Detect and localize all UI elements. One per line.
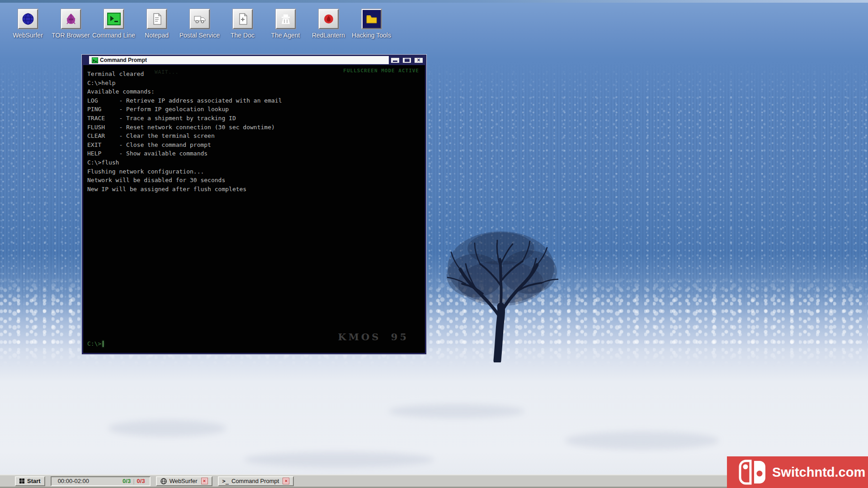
terminal-line: LOG - Retrieve IP address associated wit… — [87, 96, 425, 105]
terminal-line: Flushing network configuration... — [87, 167, 425, 176]
icon-label: TOR Browser — [52, 32, 90, 39]
windows-logo-icon — [19, 479, 24, 483]
desktop-icon-the-agent[interactable]: The Agent — [264, 9, 307, 39]
icon-label: Command Line — [92, 32, 135, 39]
terminal-output: Terminal cleared C:\>help Available comm… — [83, 65, 425, 193]
terminal-screen[interactable]: WAIT... FULLSCREEN MODE ACTIVE Terminal … — [83, 65, 425, 352]
desktop-icon-redlantern[interactable]: RedLantern — [307, 9, 350, 39]
counter-success: 0/3 — [123, 478, 131, 484]
terminal-line: CLEAR - Clear the terminal screen — [87, 131, 425, 141]
terminal-icon: >_ — [222, 478, 229, 484]
icon-label: The Doc — [231, 32, 255, 39]
site-watermark-banner: Switchntd.com — [727, 456, 868, 488]
close-button[interactable]: × — [414, 57, 424, 64]
terminal-line: EXIT - Close the command prompt — [87, 141, 425, 150]
timer-panel: 00:00-02:00 0/3 | 0/3 — [51, 476, 151, 486]
icon-label: The Agent — [271, 32, 300, 39]
agent-icon — [279, 12, 292, 26]
task-close-button[interactable]: × — [201, 478, 208, 484]
command-prompt-window: Command Prompt × WAIT... FULLSCREEN MODE… — [82, 55, 426, 354]
task-command-prompt[interactable]: >_ Command Prompt × — [218, 476, 294, 486]
task-label: Command Prompt — [231, 478, 279, 484]
terminal-icon — [107, 12, 121, 26]
counter-fail: 0/3 — [137, 478, 145, 484]
icon-label: WebSurfer — [13, 32, 43, 39]
titlebar-corner-block — [83, 56, 89, 64]
ghost-text: WAIT... — [155, 69, 179, 75]
os-watermark: KMOS 95 — [338, 331, 409, 343]
minimize-button[interactable] — [390, 57, 400, 64]
desktop-icon-command-line[interactable]: Command Line — [92, 9, 135, 39]
terminal-line: C:\>flush — [87, 158, 425, 167]
icon-label: Notepad — [145, 32, 169, 39]
document-icon — [236, 12, 250, 26]
timer-range: 00:00-02:00 — [58, 478, 89, 484]
desktop-icon-notepad[interactable]: Notepad — [135, 9, 178, 39]
watermark-text: Switchntd.com — [772, 465, 865, 480]
truck-icon — [193, 12, 207, 26]
start-button[interactable]: Start — [15, 476, 45, 486]
terminal-line: FLUSH - Reset network connection (30 sec… — [87, 123, 425, 132]
notepad-icon — [150, 12, 164, 26]
task-websurfer[interactable]: WebSurfer × — [156, 476, 212, 486]
desktop-icon-tor-browser[interactable]: TOR Browser — [49, 9, 92, 39]
desktop-icon-the-doc[interactable]: The Doc — [221, 9, 264, 39]
window-controls: × — [389, 56, 425, 64]
snow-track — [565, 432, 719, 450]
task-label: WebSurfer — [170, 478, 198, 484]
tree-silhouette — [433, 222, 569, 362]
icon-label: Postal Service — [179, 32, 220, 39]
icon-label: RedLantern — [312, 32, 345, 39]
desktop-icon-websurfer[interactable]: WebSurfer — [6, 9, 49, 39]
terminal-line: HELP - Show available commands — [87, 149, 425, 158]
snow-track — [389, 404, 524, 418]
terminal-icon — [92, 57, 98, 63]
icon-label: Hacking Tools — [352, 32, 391, 39]
terminal-line: C:\>help — [87, 79, 425, 88]
window-titlebar[interactable]: Command Prompt × — [83, 56, 425, 65]
onion-icon — [64, 12, 78, 26]
switch-logo-icon — [739, 460, 767, 485]
maximize-icon — [405, 58, 410, 62]
globe-icon — [160, 478, 167, 484]
globe-icon — [21, 12, 35, 26]
terminal-line: PING - Perform IP geolocation lookup — [87, 105, 425, 114]
prompt-label: C:\> — [87, 340, 101, 347]
maximize-button[interactable] — [402, 57, 412, 64]
terminal-line: TRACE - Trace a shipment by tracking ID — [87, 114, 425, 123]
text-cursor — [103, 341, 104, 347]
desktop-icon-row: WebSurfer TOR Browser Command Line Notep… — [6, 9, 393, 39]
close-icon: × — [417, 57, 420, 63]
wallpaper-haze — [0, 0, 868, 3]
snow-track — [108, 420, 226, 436]
lantern-icon — [322, 12, 335, 26]
minimize-icon — [393, 61, 397, 62]
desktop-icon-postal-service[interactable]: Postal Service — [178, 9, 221, 39]
desktop-icon-hacking-tools[interactable]: Hacking Tools — [350, 9, 393, 39]
window-title: Command Prompt — [100, 57, 147, 63]
terminal-input[interactable]: C:\> — [87, 340, 104, 347]
snow-track — [244, 452, 434, 467]
fullscreen-mode-notice: FULLSCREEN MODE ACTIVE — [343, 68, 419, 74]
terminal-line: Available commands: — [87, 87, 425, 96]
terminal-line: New IP will be assigned after flush comp… — [87, 185, 425, 194]
folder-icon — [365, 12, 378, 26]
task-close-button[interactable]: × — [283, 478, 289, 484]
terminal-line: Network will be disabled for 30 seconds — [87, 176, 425, 185]
counter-separator: | — [133, 478, 134, 484]
start-label: Start — [27, 478, 41, 484]
